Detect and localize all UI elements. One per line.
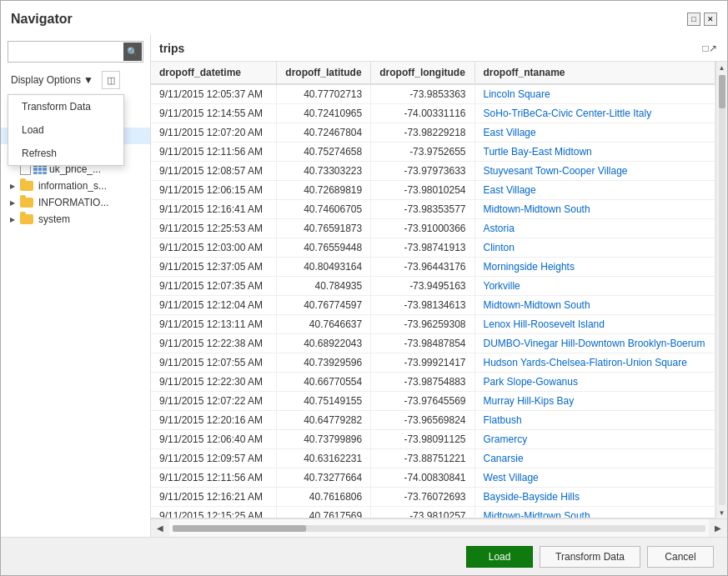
table-row: 9/11/2015 12:22:38 AM40.68922043-73.9848… <box>151 334 715 353</box>
table-row: 9/11/2015 12:11:56 AM40.73277664-74.0083… <box>151 468 715 488</box>
cell-datetime: 9/11/2015 12:37:05 AM <box>151 258 277 277</box>
cell-datetime: 9/11/2015 12:15:25 AM <box>151 507 277 519</box>
cell-datetime: 9/11/2015 12:12:04 AM <box>151 296 277 315</box>
display-options-row: Display Options ▼ ◫ Transform Data Load … <box>1 69 150 94</box>
cell-longitude: -73.98134613 <box>371 296 474 315</box>
table-wrapper[interactable]: dropoff_datetime dropoff_latitude dropof… <box>151 62 715 518</box>
table-row: 9/11/2015 12:25:53 AM40.76591873-73.9100… <box>151 219 715 238</box>
cell-latitude: 40.64779282 <box>277 411 371 430</box>
folder-icon-information <box>20 181 33 191</box>
cell-latitude: 40.72689819 <box>277 181 371 200</box>
cell-latitude: 40.74606705 <box>277 200 371 219</box>
cell-longitude: -73.98353577 <box>371 200 474 219</box>
scroll-left-button[interactable]: ◀ <box>151 519 169 538</box>
cell-longitude: -73.76072693 <box>371 488 474 507</box>
export-icon: □↗ <box>702 43 716 54</box>
data-actions: □↗ <box>700 39 719 58</box>
table-row: 9/11/2015 12:07:20 AM40.72467804-73.9822… <box>151 123 715 143</box>
cell-ntaname: Gramercy <box>474 430 715 449</box>
table-row: 9/11/2015 12:06:15 AM40.72689819-73.9801… <box>151 181 715 200</box>
tree-item-informatio-caps[interactable]: ▶ INFORMATIO... <box>1 194 150 211</box>
cell-datetime: 9/11/2015 12:11:56 AM <box>151 143 277 162</box>
scroll-track-vertical[interactable] <box>719 75 725 505</box>
scroll-down-button[interactable]: ▼ <box>716 507 728 518</box>
cell-datetime: 9/11/2015 12:06:40 AM <box>151 430 277 449</box>
scroll-track-horizontal[interactable] <box>173 525 705 532</box>
cell-latitude: 40.72410965 <box>277 104 371 123</box>
transform-data-button[interactable]: Transform Data <box>540 546 640 568</box>
cell-datetime: 9/11/2015 12:09:57 AM <box>151 449 277 468</box>
cell-ntaname: Turtle Bay-East Midtown <box>474 143 715 162</box>
cell-ntaname: Lenox Hill-Roosevelt Island <box>474 315 715 334</box>
cell-longitude: -73.98010254 <box>371 181 474 200</box>
cell-ntaname: Yorkville <box>474 277 715 296</box>
table-row: 9/11/2015 12:37:05 AM40.80493164-73.9644… <box>151 258 715 277</box>
search-button[interactable]: 🔍 <box>123 43 142 61</box>
cell-latitude: 40.77702713 <box>277 84 371 104</box>
data-action-button[interactable]: □↗ <box>700 39 719 58</box>
cell-datetime: 9/11/2015 12:03:00 AM <box>151 238 277 258</box>
cell-longitude: -73.96259308 <box>371 315 474 334</box>
label-system: system <box>38 213 147 225</box>
horizontal-scrollbar-row: ◀ ▶ <box>151 518 727 537</box>
data-table: dropoff_datetime dropoff_latitude dropof… <box>151 62 715 518</box>
search-bar: 🔍 <box>8 41 143 63</box>
cell-ntaname: Hudson Yards-Chelsea-Flatiron-Union Squa… <box>474 353 715 373</box>
cell-ntaname: Flatbush <box>474 411 715 430</box>
dropdown-item-refresh[interactable]: Refresh <box>8 142 123 165</box>
scroll-right-button[interactable]: ▶ <box>709 519 727 538</box>
table-row: 9/11/2015 12:22:30 AM40.66770554-73.9875… <box>151 373 715 392</box>
cell-datetime: 9/11/2015 12:07:22 AM <box>151 392 277 411</box>
table-area: dropoff_datetime dropoff_latitude dropof… <box>151 62 727 518</box>
table-row: 9/11/2015 12:20:16 AM40.64779282-73.9656… <box>151 411 715 430</box>
cell-ntaname: East Village <box>474 123 715 143</box>
cell-latitude: 40.76774597 <box>277 296 371 315</box>
display-icon-button[interactable]: ◫ <box>102 71 120 89</box>
table-row: 9/11/2015 12:11:56 AM40.75274658-73.9752… <box>151 143 715 162</box>
restore-button[interactable]: □ <box>687 13 700 26</box>
dropdown-item-transform[interactable]: Transform Data <box>8 95 123 118</box>
scroll-thumb-vertical[interactable] <box>719 75 725 108</box>
display-options-button[interactable]: Display Options ▼ <box>8 73 97 88</box>
col-dropoff-ntaname: dropoff_ntaname <box>474 62 715 84</box>
tree-item-information[interactable]: ▶ information_s... <box>1 178 150 194</box>
cell-latitude: 40.68922043 <box>277 334 371 353</box>
tree-item-system[interactable]: ▶ system <box>1 211 150 228</box>
dropdown-item-load[interactable]: Load <box>8 118 123 142</box>
cell-datetime: 9/11/2015 12:14:55 AM <box>151 104 277 123</box>
cell-ntaname: Midtown-Midtown South <box>474 296 715 315</box>
cell-longitude: -73.9495163 <box>371 277 474 296</box>
cell-ntaname: Park Slope-Gowanus <box>474 373 715 392</box>
vertical-scrollbar[interactable]: ▲ ▼ <box>715 62 727 518</box>
cell-ntaname: Murray Hill-Kips Bay <box>474 392 715 411</box>
table-row: 9/11/2015 12:08:57 AM40.73303223-73.9797… <box>151 162 715 181</box>
window-title: Navigator <box>11 12 73 27</box>
table-row: 9/11/2015 12:07:55 AM40.73929596-73.9992… <box>151 353 715 373</box>
cell-latitude: 40.7616806 <box>277 488 371 507</box>
cell-datetime: 9/11/2015 12:06:15 AM <box>151 181 277 200</box>
title-bar: Navigator □ ✕ <box>1 1 727 34</box>
table-body: 9/11/2015 12:05:37 AM40.77702713-73.9853… <box>151 84 715 518</box>
expand-arrow-informatio-caps: ▶ <box>8 198 18 208</box>
cancel-button[interactable]: Cancel <box>647 546 714 568</box>
scroll-thumb-horizontal[interactable] <box>173 525 306 532</box>
cell-longitude: -73.98487854 <box>371 334 474 353</box>
cell-datetime: 9/11/2015 12:07:55 AM <box>151 353 277 373</box>
cell-datetime: 9/11/2015 12:25:53 AM <box>151 219 277 238</box>
cell-latitude: 40.73277664 <box>277 468 371 488</box>
table-row: 9/11/2015 12:05:37 AM40.77702713-73.9853… <box>151 84 715 104</box>
title-bar-left: Navigator <box>11 12 73 27</box>
load-button[interactable]: Load <box>466 546 533 568</box>
scroll-up-button[interactable]: ▲ <box>716 62 728 73</box>
table-row: 9/11/2015 12:13:11 AM40.7646637-73.96259… <box>151 315 715 334</box>
cell-datetime: 9/11/2015 12:08:57 AM <box>151 162 277 181</box>
cell-latitude: 40.7617569 <box>277 507 371 519</box>
table-row: 9/11/2015 12:12:04 AM40.76774597-73.9813… <box>151 296 715 315</box>
table-row: 9/11/2015 12:07:35 AM40.784935-73.949516… <box>151 277 715 296</box>
cell-datetime: 9/11/2015 12:07:20 AM <box>151 123 277 143</box>
cell-longitude: -73.97645569 <box>371 392 474 411</box>
cell-longitude: -74.00830841 <box>371 468 474 488</box>
close-button[interactable]: ✕ <box>704 13 717 26</box>
cell-longitude: -73.98229218 <box>371 123 474 143</box>
cell-longitude: -73.88751221 <box>371 449 474 468</box>
